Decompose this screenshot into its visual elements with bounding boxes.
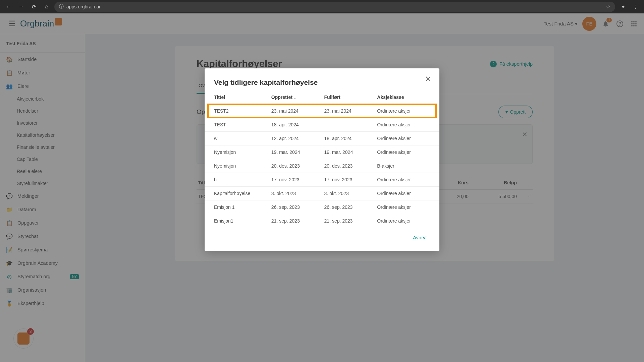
mcell-completed [324, 122, 377, 127]
mcell-created: 21. sep. 2023 [271, 218, 324, 224]
modal-title: Velg tidligere kapitalforhøyelse [205, 76, 439, 90]
mcell-title: Emisjon1 [214, 218, 271, 224]
modal-row[interactable]: Kapitalforhøyelse 3. okt. 2023 3. okt. 2… [205, 186, 439, 200]
forward-icon[interactable]: → [16, 2, 26, 12]
mcell-completed: 26. sep. 2023 [324, 204, 377, 210]
mth-completed[interactable]: Fullført [324, 95, 377, 100]
url-text: apps.orgbrain.ai [66, 4, 100, 9]
home-icon[interactable]: ⌂ [42, 2, 52, 12]
mth-created-label: Opprettet [271, 95, 292, 100]
mcell-created: 23. mai 2024 [271, 108, 324, 114]
mcell-completed: 19. mar. 2024 [324, 149, 377, 155]
modal-table-header: Tittel Opprettet ↓ Fullført Aksjeklasse [205, 90, 439, 104]
mcell-class: Ordinære aksjer [377, 108, 430, 114]
mcell-title: Kapitalforhøyelse [214, 191, 271, 196]
modal-row[interactable]: Nyemisjon 20. des. 2023 20. des. 2023 B-… [205, 159, 439, 173]
mcell-class: Ordinære aksjer [377, 136, 430, 141]
mcell-title: b [214, 177, 271, 182]
mcell-created: 26. sep. 2023 [271, 204, 324, 210]
mcell-class: Ordinære aksjer [377, 204, 430, 210]
mcell-completed: 17. nov. 2023 [324, 177, 377, 182]
mcell-title: Nyemisjon [214, 163, 271, 169]
modal-row[interactable]: w 12. apr. 2024 18. apr. 2024 Ordinære a… [205, 131, 439, 145]
mcell-class: Ordinære aksjer [377, 122, 430, 127]
mcell-completed: 20. des. 2023 [324, 163, 377, 169]
mcell-class: Ordinære aksjer [377, 177, 430, 182]
browser-menu-icon[interactable]: ⋮ [631, 2, 641, 12]
mcell-class: Ordinære aksjer [377, 191, 430, 196]
mcell-class: Ordinære aksjer [377, 218, 430, 224]
mcell-completed: 23. mai 2024 [324, 108, 377, 114]
mth-created[interactable]: Opprettet ↓ [271, 95, 324, 100]
mcell-class: Ordinære aksjer [377, 149, 430, 155]
mcell-created: 20. des. 2023 [271, 163, 324, 169]
modal-row[interactable]: TEST2 23. mai 2024 23. mai 2024 Ordinære… [205, 104, 439, 118]
mcell-created: 12. apr. 2024 [271, 136, 324, 141]
bookmark-star-icon[interactable]: ☆ [606, 4, 610, 9]
url-bar[interactable]: ⓘ apps.orgbrain.ai ☆ [54, 2, 615, 12]
mcell-title: Nyemisjon [214, 149, 271, 155]
modal-row[interactable]: Emisjon 1 26. sep. 2023 26. sep. 2023 Or… [205, 200, 439, 214]
extensions-icon[interactable]: ✦ [618, 2, 628, 12]
modal-row[interactable]: Emisjon1 21. sep. 2023 21. sep. 2023 Ord… [205, 214, 439, 228]
modal-cancel-button[interactable]: Avbryt [410, 232, 430, 243]
modal-close-icon[interactable]: ✕ [422, 73, 434, 85]
modal-row[interactable]: Nyemisjon 19. mar. 2024 19. mar. 2024 Or… [205, 145, 439, 159]
select-capital-increase-modal: ✕ Velg tidligere kapitalforhøyelse Titte… [205, 68, 439, 251]
mcell-title: w [214, 136, 271, 141]
sort-desc-icon: ↓ [294, 95, 296, 100]
site-info-icon: ⓘ [59, 4, 64, 10]
mcell-title: TEST2 [214, 108, 271, 114]
mcell-created: 18. apr. 2024 [271, 122, 324, 127]
mcell-completed: 21. sep. 2023 [324, 218, 377, 224]
back-icon[interactable]: ← [3, 2, 13, 12]
mth-title[interactable]: Tittel [214, 95, 271, 100]
mcell-title: TEST [214, 122, 271, 127]
mcell-completed: 3. okt. 2023 [324, 191, 377, 196]
mth-class[interactable]: Aksjeklasse [377, 95, 430, 100]
modal-table: Tittel Opprettet ↓ Fullført Aksjeklasse … [205, 90, 439, 228]
mcell-created: 3. okt. 2023 [271, 191, 324, 196]
mcell-class: B-aksjer [377, 163, 430, 169]
modal-overlay[interactable]: ✕ Velg tidligere kapitalforhøyelse Titte… [0, 13, 644, 362]
mcell-completed: 18. apr. 2024 [324, 136, 377, 141]
mcell-title: Emisjon 1 [214, 204, 271, 210]
browser-toolbar: ← → ⟳ ⌂ ⓘ apps.orgbrain.ai ☆ ✦ ⋮ [0, 0, 644, 13]
mcell-created: 17. nov. 2023 [271, 177, 324, 182]
reload-icon[interactable]: ⟳ [29, 2, 39, 12]
mcell-created: 19. mar. 2024 [271, 149, 324, 155]
modal-row[interactable]: b 17. nov. 2023 17. nov. 2023 Ordinære a… [205, 173, 439, 186]
modal-row[interactable]: TEST 18. apr. 2024 Ordinære aksjer [205, 118, 439, 131]
